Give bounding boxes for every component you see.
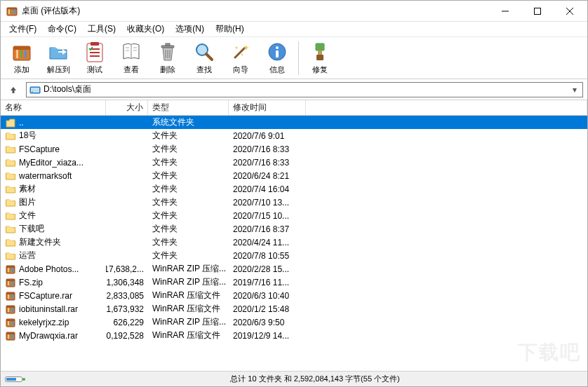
file-name-text: 18号 [19,130,36,142]
file-name-text: 素材 [19,183,36,195]
up-button[interactable] [5,82,22,97]
path-input[interactable] [44,85,570,95]
svg-rect-32 [316,55,323,60]
file-row[interactable]: MyEditor_xiaza...文件夹2020/7/16 8:33 [1,156,587,169]
file-row[interactable]: ..系统文件夹 [1,116,587,129]
svg-rect-13 [25,50,27,58]
column-header-name[interactable]: 名称 [1,100,106,115]
path-input-box[interactable]: ▾ [26,82,583,97]
toolbtn-repair[interactable]: 修复 [302,39,338,78]
svg-rect-6 [535,8,541,14]
svg-rect-12 [20,50,22,58]
file-row[interactable]: 文件文件夹2020/7/15 10... [1,209,587,222]
cell-modified: 2020/6/24 8:21 [229,171,306,181]
svg-rect-4 [14,9,15,14]
menu-item-0[interactable]: 文件(F) [4,22,42,36]
column-header-spacer [306,100,587,115]
file-row[interactable]: FSCapture文件夹2020/7/16 8:33 [1,142,587,156]
toolbtn-label: 向导 [233,64,248,75]
file-row[interactable]: MyDrawqxia.rar60,192,528WinRAR 压缩文件2019/… [1,329,587,342]
path-dropdown-arrow[interactable]: ▾ [570,85,580,95]
cell-modified: 2020/7/4 16:04 [229,184,306,194]
svg-rect-3 [11,9,13,14]
toolbtn-info[interactable]: 信息 [259,39,295,78]
toolbtn-test[interactable]: 测试 [76,39,113,78]
cell-modified: 2020/6/3 10:40 [229,291,306,301]
file-row[interactable]: 运营文件夹2020/7/8 10:55 [1,249,587,262]
titlebar: 桌面 (评估版本) [1,1,587,22]
menu-item-3[interactable]: 收藏夹(O) [121,22,170,36]
menu-item-2[interactable]: 工具(S) [82,22,121,36]
cell-modified: 2020/7/6 9:01 [229,131,306,141]
file-row[interactable]: Adobe Photos...217,638,2...WinRAR ZIP 压缩… [1,262,587,276]
svg-rect-47 [6,292,15,294]
cell-size: 60,192,528 [106,331,148,341]
menu-item-1[interactable]: 命令(C) [42,22,82,36]
svg-rect-18 [166,43,170,46]
toolbtn-extract[interactable]: 解压到 [40,39,76,78]
file-row[interactable]: 图片文件夹2020/7/10 13... [1,196,587,209]
app-icon [6,6,18,17]
column-header-size[interactable]: 大小 [106,100,148,115]
svg-point-26 [241,54,243,55]
file-name-text: Adobe Photos... [19,264,79,274]
file-name-text: 下载吧 [19,223,44,235]
toolbtn-view[interactable]: 查看 [113,39,149,78]
toolbtn-label: 测试 [87,64,102,75]
file-row[interactable]: FSCapture.rar2,833,085WinRAR 压缩文件2020/6/… [1,289,587,302]
cell-modified: 2020/2/28 15... [229,264,306,274]
svg-rect-54 [10,308,11,312]
toolbtn-delete[interactable]: 删除 [149,39,186,78]
file-row[interactable]: 下载吧文件夹2020/7/16 8:37 [1,222,587,236]
cell-modified: 2020/7/16 8:37 [229,224,306,234]
svg-rect-43 [8,281,9,285]
wand-icon [229,41,252,63]
svg-rect-52 [6,306,15,308]
file-row[interactable]: 18号文件夹2020/7/6 9:01 [1,129,587,142]
file-row[interactable]: iobituninstall.rar21,673,932WinRAR 压缩文件2… [1,302,587,315]
folder-icon [5,197,16,208]
file-row[interactable]: watermarksoft文件夹2020/6/24 8:21 [1,169,587,182]
cell-modified: 2020/7/8 10:55 [229,251,306,261]
file-row[interactable]: 素材文件夹2020/7/4 16:04 [1,182,587,196]
toolbtn-find[interactable]: 查找 [186,39,222,78]
menu-item-4[interactable]: 选项(N) [170,22,210,36]
cell-type: 文件夹 [148,156,229,168]
menu-item-5[interactable]: 帮助(H) [210,22,250,36]
svg-rect-67 [6,378,16,381]
cell-name: FS.zip [1,277,106,288]
cell-name: .. [1,117,106,128]
folder-out-icon [47,41,69,63]
minimize-button[interactable] [489,1,521,21]
disk-icon [5,375,26,383]
rar-icon [5,277,16,288]
book-icon [120,41,142,63]
file-name-text: FSCapture.rar [19,291,72,301]
cell-type: WinRAR ZIP 压缩... [148,263,229,275]
file-name-text: 图片 [19,196,36,208]
maximize-button[interactable] [521,1,554,21]
cell-name: 图片 [1,196,106,208]
folder-icon [5,170,16,182]
cell-name: 运营 [1,250,106,262]
toolbar: 添加解压到测试查看删除查找向导信息修复 [1,37,587,79]
column-header-type[interactable]: 类型 [148,100,229,115]
file-row[interactable]: FS.zip1,306,348WinRAR ZIP 压缩...2019/7/16… [1,276,587,289]
toolbar-separator [298,41,299,75]
toolbtn-label: 信息 [269,64,285,75]
svg-rect-58 [8,321,9,325]
file-name-text: MyDrawqxia.rar [19,331,78,341]
file-list[interactable]: ..系统文件夹18号文件夹2020/7/6 9:01FSCapture文件夹20… [1,116,587,371]
cell-name: FSCapture.rar [1,290,106,301]
cell-modified: 2020/7/15 10... [229,211,306,221]
svg-rect-49 [10,294,11,299]
toolbtn-add[interactable]: 添加 [4,39,40,78]
cell-modified: 2019/12/9 14... [229,331,306,341]
file-row[interactable]: kekelyrjxz.zip626,229WinRAR ZIP 压缩...202… [1,315,587,329]
close-button[interactable] [554,1,586,21]
toolbtn-wizard[interactable]: 向导 [222,39,259,78]
file-name-text: 文件 [19,210,36,222]
column-header-modified[interactable]: 修改时间 [229,100,306,115]
cell-name: 文件 [1,210,106,222]
file-row[interactable]: 新建文件夹文件夹2020/4/24 11... [1,236,587,249]
